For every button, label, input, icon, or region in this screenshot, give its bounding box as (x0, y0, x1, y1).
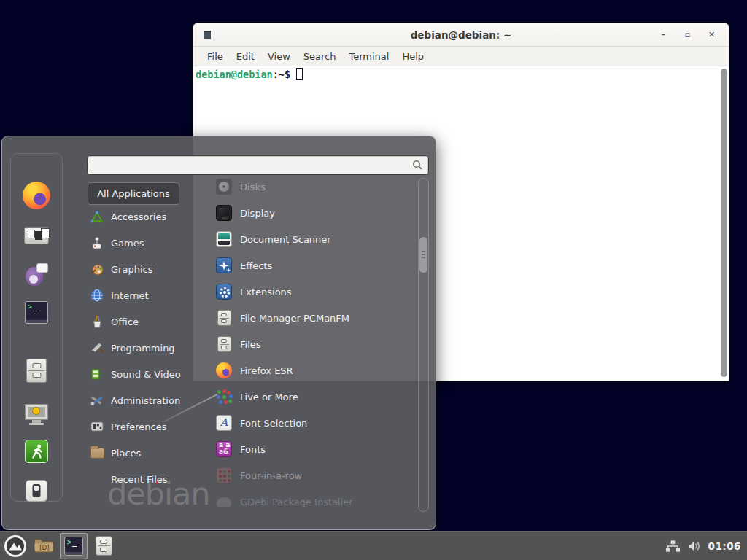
application-list: Disks Display Document Scanner Effects E… (207, 174, 417, 508)
search-input[interactable] (87, 155, 429, 175)
desktop: { "terminal": { "title": "debian@debian:… (0, 0, 747, 560)
app-four-in-a-row[interactable]: Four-in-a-row (207, 462, 417, 489)
firefox-icon (216, 362, 232, 378)
app-fonts[interactable]: Fonts (207, 436, 417, 462)
system-tray: 01:06 (665, 540, 747, 553)
apps-scrollbar-track[interactable] (418, 178, 429, 512)
menu-file[interactable]: File (201, 49, 230, 64)
apps-scrollbar-thumb[interactable] (419, 237, 427, 273)
app-file-manager-pcmanfm[interactable]: File Manager PCManFM (207, 305, 417, 331)
category-programming[interactable]: Programming (84, 335, 195, 361)
terminal-icon (64, 537, 83, 556)
terminal-menubar: File Edit View Search Terminal Help (193, 47, 729, 66)
svg-text:[D]: [D] (39, 544, 49, 551)
terminal-icon[interactable] (25, 301, 48, 324)
settings-icon[interactable] (24, 227, 49, 244)
app-extensions[interactable]: Extensions (207, 279, 417, 305)
svg-text:♪: ♪ (98, 371, 104, 381)
terminal-titlebar[interactable]: debian@debian: ~ – ▫ ✕ (193, 23, 729, 47)
office-icon (90, 314, 104, 329)
five-or-more-icon (216, 389, 232, 405)
terminal-title: debian@debian: ~ (193, 29, 729, 41)
gdebi-icon (217, 497, 231, 508)
file-cabinet-icon (217, 336, 231, 352)
app-files[interactable]: Files (207, 331, 417, 357)
category-list: Accessories Games Graphics Internet Offi… (84, 203, 195, 492)
effects-icon (216, 257, 232, 273)
prompt-user: debian@debian (196, 69, 273, 80)
network-icon[interactable] (665, 540, 681, 553)
fonts-icon (216, 441, 232, 457)
app-font-selection[interactable]: Font Selection (207, 410, 417, 436)
four-in-a-row-icon (216, 467, 232, 483)
category-graphics[interactable]: Graphics (84, 256, 195, 282)
app-display[interactable]: Display (207, 200, 417, 226)
logout-icon[interactable] (25, 440, 48, 463)
menu-view[interactable]: View (261, 49, 297, 64)
category-administration[interactable]: Administration (84, 387, 195, 413)
file-cabinet-icon[interactable] (26, 359, 47, 383)
graphics-icon (90, 262, 104, 276)
desktop-folder-icon: [D] (33, 537, 55, 555)
minimize-icon[interactable]: – (657, 28, 670, 42)
administration-icon (90, 393, 104, 408)
shutdown-icon[interactable] (26, 480, 47, 502)
firefox-icon[interactable] (23, 182, 50, 209)
maximize-icon[interactable]: ▫ (681, 28, 694, 42)
file-cabinet-icon (217, 310, 231, 326)
menu-search[interactable]: Search (297, 49, 343, 64)
menu-button[interactable] (3, 534, 28, 559)
games-icon (90, 236, 104, 250)
menu-terminal[interactable]: Terminal (342, 49, 395, 64)
app-document-scanner[interactable]: Document Scanner (207, 226, 417, 252)
category-office[interactable]: Office (84, 308, 195, 335)
menu-help[interactable]: Help (395, 49, 430, 64)
prompt-path: :~$ (273, 69, 290, 80)
app-effects[interactable]: Effects (207, 252, 417, 279)
terminal-cursor (296, 68, 303, 80)
search-icon (412, 160, 423, 171)
category-recent-files[interactable]: Recent Files (84, 466, 195, 492)
pidgin-icon[interactable] (25, 263, 48, 287)
category-accessories[interactable]: Accessories (84, 203, 195, 230)
favorites-column (10, 153, 63, 502)
accessories-icon (90, 209, 104, 224)
preferences-icon (90, 419, 104, 434)
all-applications-button[interactable]: All Applications (88, 182, 179, 205)
app-five-or-more[interactable]: Five or More (207, 384, 417, 410)
menu-logo-icon (4, 534, 27, 558)
terminal-scrollbar[interactable] (721, 69, 727, 377)
category-sound-video[interactable]: ♪ Sound & Video (84, 361, 195, 387)
taskbar: [D] 01:06 (0, 531, 747, 560)
display-icon (216, 205, 232, 221)
volume-icon[interactable] (687, 540, 702, 553)
app-gdebi-package-installer[interactable]: GDebi Package Installer (207, 489, 417, 508)
document-scanner-icon (216, 231, 232, 247)
places-icon (90, 446, 104, 460)
category-games[interactable]: Games (84, 230, 195, 256)
disks-icon (216, 179, 232, 195)
terminal-prompt: debian@debian:~$ (196, 68, 303, 80)
terminal-button[interactable] (60, 533, 88, 559)
category-internet[interactable]: Internet (84, 282, 195, 308)
app-firefox-esr[interactable]: Firefox ESR (207, 357, 417, 384)
font-selection-icon (216, 415, 232, 431)
desktop-folder-button[interactable]: [D] (30, 533, 58, 559)
files-button[interactable] (90, 533, 117, 559)
lock-screen-icon[interactable] (23, 404, 50, 427)
category-preferences[interactable]: Preferences (84, 413, 195, 440)
running-person-icon (28, 443, 47, 462)
extensions-icon (216, 284, 232, 300)
internet-icon (90, 288, 104, 303)
close-icon[interactable]: ✕ (705, 28, 719, 42)
file-cabinet-icon (96, 536, 112, 556)
app-disks[interactable]: Disks (207, 174, 417, 200)
sound-video-icon: ♪ (90, 367, 104, 381)
search-caret (93, 160, 93, 171)
menu-edit[interactable]: Edit (230, 49, 261, 64)
application-menu: debian (1, 136, 436, 530)
programming-icon (90, 341, 104, 355)
category-places[interactable]: Places (84, 440, 195, 466)
clock[interactable]: 01:06 (708, 540, 741, 552)
